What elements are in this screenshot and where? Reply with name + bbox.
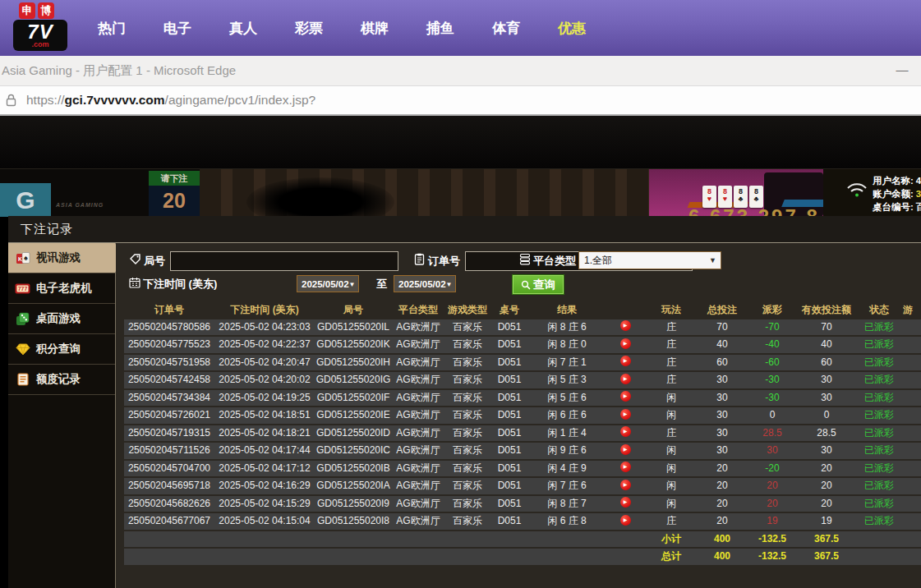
column-header-time: 下注时间 (美东) <box>214 302 315 319</box>
page-dark-area <box>0 116 921 168</box>
play-video-icon[interactable]: ▶ <box>620 409 631 420</box>
cell-order: 250502045775523 <box>124 337 214 353</box>
nav-item-8[interactable]: 优惠 <box>539 19 605 38</box>
cell-round: GD051255020IH <box>315 355 392 371</box>
player-info-row: 账户余额:3.3 <box>873 187 921 200</box>
cell-result: 闲 4 庄 9 <box>528 461 606 477</box>
cell-play: ▶ <box>606 372 645 388</box>
nav-item-7[interactable]: 体育 <box>473 19 539 38</box>
play-video-icon[interactable]: ▶ <box>620 480 631 490</box>
cell-result: 闲 8 庄 6 <box>528 319 606 336</box>
date-to-value: 2025/05/02 <box>398 276 446 292</box>
cell-table: D051 <box>490 443 528 459</box>
nav-item-5[interactable]: 棋牌 <box>342 19 408 38</box>
play-video-icon[interactable]: ▶ <box>620 338 631 349</box>
site-logo[interactable]: 申 博 7V .com <box>13 2 74 53</box>
play-video-icon[interactable]: ▶ <box>620 462 631 472</box>
playing-card: 8♥ <box>718 186 732 208</box>
cell-extra <box>903 407 921 424</box>
url-text[interactable]: https://gci.7vvvvvv.com/agingame/pcv1/in… <box>26 86 315 113</box>
nav-item-3[interactable]: 真人 <box>210 19 276 38</box>
cell-bet: 30 <box>698 372 747 388</box>
cell-game: 百家乐 <box>444 496 490 512</box>
modal-content: 局号 订单号 平台类型 1.全部 ▼ 下注时间 (美东) 2025/05/02 <box>116 243 921 588</box>
total-row: 总计400-132.5367.5 <box>124 549 921 565</box>
sidebar-item-4[interactable]: 积分查询 <box>8 334 115 365</box>
search-button[interactable]: 查询 <box>512 274 564 295</box>
cell-time: 2025-05-02 04:18:21 <box>214 425 315 442</box>
cell-table: D051 <box>490 355 528 371</box>
cell-time: 2025-05-02 04:17:44 <box>214 443 315 459</box>
nav-item-4[interactable]: 彩票 <box>276 19 342 38</box>
footer-cell-valid: 367.5 <box>798 549 855 565</box>
cell-platform: AG欧洲厅 <box>392 478 444 494</box>
modal-sidebar: K♠视讯游戏777电子老虎机桌面游戏积分查询额度记录 <box>8 243 116 588</box>
column-header-bet: 总投注 <box>698 302 747 319</box>
play-video-icon[interactable]: ▶ <box>620 426 631 437</box>
column-header-play <box>606 302 645 319</box>
top-nav: 热门电子真人彩票棋牌捕鱼体育优惠 <box>79 0 605 56</box>
date-to-select[interactable]: 2025/05/02 ▼ <box>394 275 456 292</box>
nav-item-1[interactable]: 热门 <box>79 19 145 38</box>
nav-item-2[interactable]: 电子 <box>145 19 210 38</box>
sidebar-item-1[interactable]: K♠视讯游戏 <box>8 243 115 273</box>
platform-select-value: 1.全部 <box>584 255 612 266</box>
cell-table: D051 <box>490 407 528 424</box>
cell-game: 百家乐 <box>444 355 490 371</box>
cell-platform: AG欧洲厅 <box>392 390 444 407</box>
screen: 申 博 7V .com 热门电子真人彩票棋牌捕鱼体育优惠 Asia Gaming… <box>0 0 921 588</box>
jackpot-cards: 8♥8♥8♣8♣ <box>702 186 763 208</box>
cell-table: D051 <box>490 425 528 442</box>
date-from-select[interactable]: 2025/05/02 ▼ <box>297 275 359 292</box>
cell-result: 闲 7 庄 1 <box>528 355 606 371</box>
cell-play: ▶ <box>606 407 645 424</box>
table-row: 2505020457755232025-05-02 04:22:37GD0512… <box>124 337 921 353</box>
cell-valid: 0 <box>798 407 855 424</box>
player-info-label: 桌台编号: <box>873 202 914 212</box>
cell-extra <box>903 443 921 459</box>
nav-item-6[interactable]: 捕鱼 <box>408 19 473 38</box>
url-path: /agingame/pcv1/index.jsp? <box>165 93 316 107</box>
table-row: 2505020457260212025-05-02 04:18:51GD0512… <box>124 407 921 424</box>
minimize-button[interactable]: — <box>888 56 916 85</box>
cell-game: 百家乐 <box>444 443 490 459</box>
play-video-icon[interactable]: ▶ <box>620 497 631 508</box>
table-row: 2505020456957182025-05-02 04:16:29GD0512… <box>124 478 921 494</box>
cell-extra <box>903 461 921 477</box>
cell-result: 闲 1 庄 4 <box>528 425 606 442</box>
cell-game: 百家乐 <box>444 478 490 494</box>
table-row: 2505020457115262025-05-02 04:17:44GD0512… <box>124 443 921 459</box>
table-row: 2505020457424582025-05-02 04:20:02GD0512… <box>124 372 921 388</box>
platform-select[interactable]: 1.全部 ▼ <box>578 251 721 269</box>
sidebar-item-label: 额度记录 <box>36 372 81 387</box>
cell-time: 2025-05-02 04:20:02 <box>214 372 315 388</box>
cell-extra <box>903 372 921 388</box>
play-video-icon[interactable]: ▶ <box>620 515 631 526</box>
cell-platform: AG欧洲厅 <box>392 443 444 459</box>
column-header-order: 订单号 <box>124 302 214 319</box>
cell-bet: 20 <box>698 513 747 530</box>
sidebar-item-2[interactable]: 777电子老虎机 <box>8 273 115 304</box>
platform-filter-label: 平台类型 <box>533 254 576 269</box>
play-video-icon[interactable]: ▶ <box>620 356 631 366</box>
table-row: 2505020457193152025-05-02 04:18:21GD0512… <box>124 425 921 442</box>
svg-text:K: K <box>17 255 21 261</box>
slot-777-icon: 777 <box>15 283 30 295</box>
cell-platform: AG欧洲厅 <box>392 461 444 477</box>
browser-url-bar[interactable]: https://gci.7vvvvvv.com/agingame/pcv1/in… <box>0 86 921 116</box>
cell-method: 闲 <box>645 478 698 494</box>
table-row: 2505020457519582025-05-02 04:20:47GD0512… <box>124 355 921 371</box>
play-video-icon[interactable]: ▶ <box>620 374 631 384</box>
sidebar-item-5[interactable]: 额度记录 <box>8 365 115 395</box>
play-video-icon[interactable]: ▶ <box>620 444 631 455</box>
player-info-row: 桌台编号:百家 <box>873 200 921 214</box>
game-background-band: G ASIA GAMING 请下注 20 8♥8♥8♣8♣ 6 673 297 … <box>0 168 921 217</box>
play-video-icon[interactable]: ▶ <box>620 320 631 331</box>
play-video-icon[interactable]: ▶ <box>620 391 631 402</box>
round-input[interactable] <box>170 251 398 271</box>
cell-status: 已派彩 <box>855 461 903 477</box>
cell-extra <box>903 496 921 512</box>
cell-bet: 20 <box>698 478 747 494</box>
cell-platform: AG欧洲厅 <box>392 372 444 388</box>
sidebar-item-3[interactable]: 桌面游戏 <box>8 304 115 334</box>
